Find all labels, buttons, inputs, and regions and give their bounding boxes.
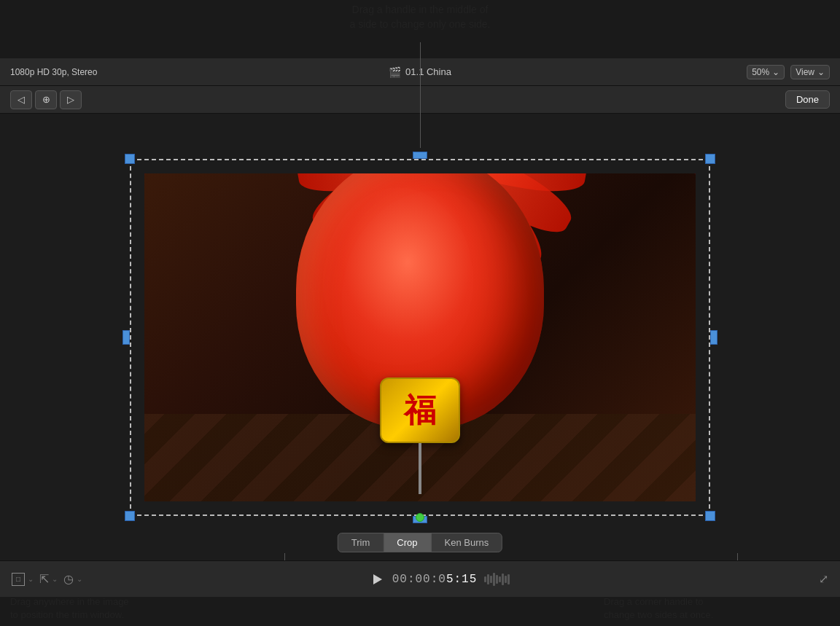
clip-name: 01.1 China xyxy=(405,66,451,77)
bottom-annotation-right: Drag a corner handle to change two sides… xyxy=(599,591,804,626)
handle-mid-right[interactable] xyxy=(710,330,718,345)
handle-top-left[interactable] xyxy=(125,154,135,164)
fullscreen-button[interactable]: ⤢ xyxy=(819,572,828,586)
next-button[interactable]: ▷ xyxy=(60,90,82,109)
callout-line-top xyxy=(420,42,421,148)
crop-tool-button[interactable]: □ ⌄ xyxy=(12,573,34,586)
speed-button[interactable]: ◷ ⌄ xyxy=(63,572,82,586)
handle-mid-top[interactable] xyxy=(413,152,427,159)
top-annotation: Drag a handle in the middle of a side to… xyxy=(303,0,537,31)
handle-bottom-right[interactable] xyxy=(705,511,715,521)
zoom-control[interactable]: 50% ⌄ xyxy=(747,65,785,79)
clapper-icon: 🎬 xyxy=(389,66,401,78)
bottom-annotation-left: Drag anywhere in the image to position t… xyxy=(0,591,204,626)
transport-left: □ ⌄ ⇱ ⌄ ◷ ⌄ xyxy=(12,572,82,586)
view-control[interactable]: View ⌄ xyxy=(790,65,830,79)
transform-button[interactable]: ⇱ ⌄ xyxy=(39,572,58,586)
ken-burns-button[interactable]: Ken Burns xyxy=(432,533,502,552)
top-bar-right: 50% ⌄ View ⌄ xyxy=(556,65,830,79)
resolution-label: 1080p HD 30p, Stereo xyxy=(10,67,284,77)
waveform xyxy=(484,572,528,587)
handle-green-dot[interactable] xyxy=(416,513,424,522)
handle-bottom-left[interactable] xyxy=(125,511,135,521)
trim-button[interactable]: Trim xyxy=(338,533,384,552)
prev-button[interactable]: ◁ xyxy=(10,90,32,109)
handle-top-right[interactable] xyxy=(705,154,715,164)
playback-controls: ◁ ⊕ ▷ xyxy=(10,90,82,109)
center-button[interactable]: ⊕ xyxy=(35,90,57,109)
play-button[interactable] xyxy=(373,574,382,584)
crop-container: 福 Trim Crop Ken Burns xyxy=(130,159,710,516)
video-area: 福 Trim Crop Ken Burns xyxy=(0,114,840,560)
handle-mid-left[interactable] xyxy=(122,330,130,345)
crop-overlay[interactable] xyxy=(130,159,710,516)
crop-button[interactable]: Crop xyxy=(384,533,431,552)
crop-rect xyxy=(130,159,710,516)
timecode: 00:00:05:15 xyxy=(392,573,478,586)
mode-buttons: Trim Crop Ken Burns xyxy=(338,533,502,552)
done-button[interactable]: Done xyxy=(785,90,830,109)
